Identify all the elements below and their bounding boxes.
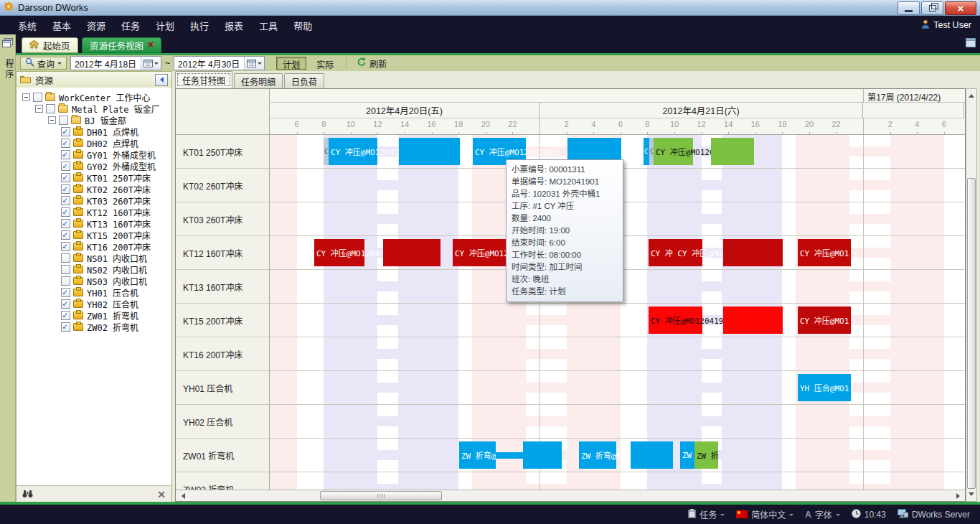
tree-item[interactable]: KT15 200T冲床 <box>17 229 171 240</box>
clear-filter-icon[interactable] <box>157 489 166 500</box>
scroll-down-button[interactable] <box>966 490 976 501</box>
restore-button[interactable] <box>921 1 943 15</box>
tree-checkbox[interactable] <box>61 253 70 263</box>
menu-item-3[interactable]: 资源 <box>79 19 113 32</box>
minimize-button[interactable] <box>897 1 920 15</box>
actual-toggle-button[interactable]: 实际 <box>310 57 340 70</box>
gantt-row[interactable]: ZW01 折弯机ZW 折弯@MO12041901ZW 折弯@MO12041901… <box>176 439 965 472</box>
status-task-menu[interactable]: 任务 <box>688 508 725 520</box>
tree-item[interactable]: KT16 200T冲床 <box>17 240 171 252</box>
tree-item[interactable]: KT13 160T冲床 <box>17 217 171 229</box>
horizontal-scroll-thumb[interactable] <box>320 491 442 500</box>
tree-item[interactable]: NS03 内收口机 <box>17 275 171 286</box>
tree-item[interactable]: KT03 260T冲床 <box>17 195 171 206</box>
tree-item[interactable]: ZW01 折弯机 <box>17 309 171 321</box>
panel-window-icon[interactable] <box>2 38 13 51</box>
tree-checkbox[interactable] <box>61 276 70 286</box>
tree-checkbox[interactable] <box>61 322 70 332</box>
tree-item[interactable]: NS02 内收口机 <box>17 263 171 275</box>
horizontal-scrollbar[interactable] <box>176 490 965 501</box>
collapsed-panel-label[interactable]: 程序 <box>0 59 15 80</box>
tab-close-icon[interactable] <box>148 40 154 50</box>
gantt-row[interactable]: YH02 压合机 <box>176 405 965 439</box>
task-bar[interactable]: CY 冲压@MO1 <box>798 239 851 266</box>
tree-checkbox[interactable] <box>61 207 70 217</box>
gantt-row[interactable]: YH01 压合机YH 压合@MO1 <box>176 371 965 405</box>
menu-item-6[interactable]: 执行 <box>182 19 217 32</box>
tree-checkbox[interactable] <box>59 116 68 125</box>
scroll-left-button[interactable] <box>176 490 187 501</box>
close-button[interactable] <box>945 1 976 15</box>
menu-item-5[interactable]: 计划 <box>148 19 182 32</box>
tree-item[interactable]: KT01 250T冲床 <box>17 172 171 183</box>
vertical-scrollbar[interactable] <box>966 88 977 502</box>
status-language-menu[interactable]: 简体中文 <box>736 508 793 520</box>
menu-item-2[interactable]: 基本 <box>44 19 79 32</box>
task-bar[interactable] <box>723 239 783 266</box>
tree-checkbox[interactable] <box>61 139 70 148</box>
tab-home[interactable]: 起始页 <box>22 37 78 53</box>
tree-checkbox[interactable] <box>61 150 70 159</box>
tab-resource-task-view[interactable]: 资源任务视图 <box>82 37 161 53</box>
task-bar[interactable] <box>723 307 783 334</box>
user-info[interactable]: Test User <box>921 16 971 34</box>
date-to-field[interactable]: 2012年 4月30日 <box>174 56 265 70</box>
refresh-button[interactable]: 刷新 <box>352 57 391 70</box>
tree-item[interactable]: KT02 260T冲床 <box>17 183 171 195</box>
tree-checkbox[interactable] <box>61 219 70 228</box>
tree-item[interactable]: DH01 点焊机 <box>17 126 171 137</box>
query-button[interactable]: 查询 <box>20 57 67 70</box>
date-from-field[interactable]: 2012年 4月18日 <box>70 56 161 70</box>
binoculars-icon[interactable] <box>22 488 33 501</box>
calendar-icon[interactable] <box>141 57 161 70</box>
vertical-scroll-thumb[interactable] <box>967 178 976 489</box>
calendar-icon[interactable] <box>244 57 264 70</box>
tree-checkbox[interactable] <box>61 288 70 297</box>
tab-daily-load[interactable]: 日负荷 <box>284 73 324 88</box>
tree-checkbox[interactable] <box>61 173 70 182</box>
task-bar[interactable] <box>523 441 562 469</box>
task-bar[interactable] <box>496 452 523 459</box>
gantt-row[interactable]: ZW02 折弯机 <box>176 472 965 490</box>
menu-item-4[interactable]: 任务 <box>113 19 148 32</box>
tree-expander-icon[interactable] <box>22 93 30 101</box>
tab-task-gantt[interactable]: 任务甘特图 <box>175 71 232 88</box>
task-bar[interactable] <box>711 138 754 165</box>
scroll-right-button[interactable] <box>953 490 965 501</box>
tree-item[interactable]: GY02 外桶成型机 <box>17 160 171 172</box>
tree-checkbox[interactable] <box>61 230 70 240</box>
tree-checkbox[interactable] <box>61 299 70 309</box>
tree-item[interactable]: GY01 外桶成型机 <box>17 149 171 160</box>
tree-item[interactable]: Metal Plate 钣金厂 <box>17 103 171 114</box>
task-bar[interactable]: ZW <box>680 441 694 469</box>
task-bar[interactable]: CY 冲压@MO1 <box>798 307 851 334</box>
task-bar[interactable]: CY 冲压@MO12041901 <box>329 138 377 165</box>
tree-item[interactable]: YH02 压合机 <box>17 298 171 309</box>
tree-checkbox[interactable] <box>61 265 70 274</box>
tree-checkbox[interactable] <box>61 127 70 136</box>
task-bar[interactable] <box>399 138 460 165</box>
layout-panel-icon[interactable] <box>966 37 976 50</box>
task-bar[interactable]: C <box>324 138 329 165</box>
task-bar[interactable] <box>631 441 673 469</box>
task-bar[interactable]: ZW 折弯@MO12041901 <box>459 441 496 469</box>
tree-item[interactable]: DH02 点焊机 <box>17 137 171 149</box>
sidebar-collapse-button[interactable] <box>155 74 168 86</box>
tree-item[interactable]: WorkCenter 工作中心 <box>17 91 171 103</box>
tree-checkbox[interactable] <box>33 93 42 102</box>
tree-item[interactable]: ZW02 折弯机 <box>17 321 171 332</box>
tree-checkbox[interactable] <box>61 242 70 251</box>
task-bar[interactable]: CY 冲 CY 冲压@MO12041904 <box>649 239 702 266</box>
tree-checkbox[interactable] <box>61 196 70 205</box>
menu-item-9[interactable]: 帮助 <box>286 19 320 32</box>
scroll-up-button[interactable] <box>966 89 976 100</box>
plan-toggle-button[interactable]: 计划 <box>276 57 306 70</box>
tree-item[interactable]: NS01 内收口机 <box>17 252 171 263</box>
tree-expander-icon[interactable] <box>48 116 56 124</box>
task-bar[interactable]: C <box>644 138 649 165</box>
task-bar[interactable]: ZW 折 <box>694 441 718 469</box>
tree-item[interactable]: YH01 压合机 <box>17 286 171 298</box>
task-bar[interactable]: YH 压合@MO1 <box>798 374 851 401</box>
menu-item-1[interactable]: 系统 <box>10 19 44 32</box>
tree-expander-icon[interactable] <box>35 105 43 113</box>
